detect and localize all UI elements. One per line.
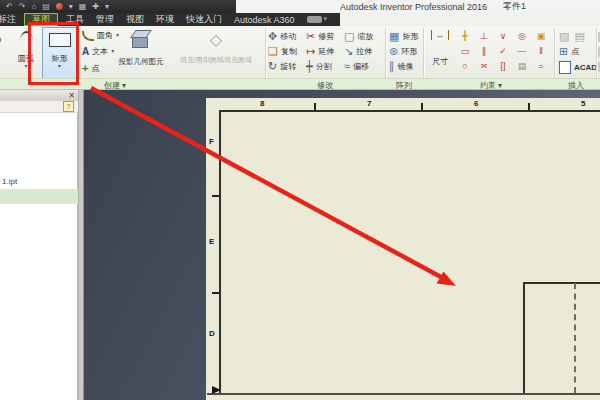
fillet-label: 圆角: [97, 30, 113, 41]
sheet-border-top: [219, 110, 600, 112]
rectangular-pattern-label: 矩形: [402, 31, 418, 42]
offset-button[interactable]: ≈ 偏移: [344, 61, 369, 72]
tab-get-started[interactable]: 快速入门: [180, 13, 228, 26]
tab-environments[interactable]: 环境: [150, 13, 180, 26]
tab-annotate-clipped[interactable]: 标注: [0, 13, 22, 26]
rotate-label: 旋转: [280, 61, 296, 72]
arc-caret-icon: ▾: [24, 64, 27, 69]
image-icon: ▨: [559, 31, 569, 42]
constraint-vertical-icon[interactable]: ‖: [532, 45, 550, 58]
title-block-top-line: [523, 282, 600, 284]
constraint-fix-icon[interactable]: ▣: [532, 30, 550, 43]
trim-label: 修剪: [318, 31, 334, 42]
qat-caret-icon[interactable]: ▾: [69, 3, 73, 11]
extend-button[interactable]: ↦ 延伸: [306, 46, 334, 57]
sheet-border-bottom: [207, 393, 600, 395]
move-button[interactable]: ✥ 移动: [268, 31, 296, 42]
constraint-tangent-icon[interactable]: ✓: [494, 45, 512, 58]
constraint-smooth-icon[interactable]: ∨: [494, 30, 512, 43]
help-icon[interactable]: ?: [63, 101, 74, 112]
constraint-settings-icon[interactable]: ▤: [513, 60, 531, 73]
title-block-left-line: [523, 282, 525, 393]
copy-button[interactable]: ❏ 复制: [268, 46, 297, 57]
qat-caret2-icon[interactable]: ▾: [105, 3, 109, 11]
dimension-icon: ↔: [431, 30, 449, 40]
scale-button[interactable]: ▢ 缩放: [344, 31, 373, 42]
fillet-button[interactable]: 圆角 ▾: [82, 30, 119, 41]
circular-pattern-button[interactable]: ⊛ 环形: [389, 46, 417, 57]
home-icon[interactable]: ⌂: [31, 3, 36, 11]
constraint-concentric-icon[interactable]: ◎: [513, 30, 531, 43]
arc-button[interactable]: 圆弧 ▾: [12, 31, 40, 69]
import-icon: ▤: [574, 31, 584, 42]
inventor-window: ↶ ↷ ⌂ ▤ ▾ ▦ ✚ ▾ Autodesk Inventor Profes…: [0, 0, 600, 400]
arc-icon: [20, 31, 33, 41]
constraint-collinear-icon[interactable]: ▭: [456, 45, 474, 58]
rectangular-pattern-button[interactable]: ▦ 矩形: [389, 31, 418, 42]
tab-manage[interactable]: 管理: [90, 13, 120, 26]
constraint-horizontal-icon[interactable]: ―: [513, 45, 531, 58]
camera-icon[interactable]: [307, 16, 322, 23]
close-icon[interactable]: ✕: [68, 92, 75, 100]
zone-number: 6: [474, 99, 478, 108]
constraint-symmetry-icon[interactable]: ≍: [475, 60, 493, 73]
stretch-button[interactable]: ↘ 拉伸: [344, 46, 372, 57]
point-icon: +: [82, 62, 88, 74]
split-icon: ┿: [306, 61, 313, 72]
tabbar-caret-icon[interactable]: ▾: [324, 15, 328, 26]
redo-icon[interactable]: ↷: [19, 3, 26, 11]
browser-file-node[interactable]: 1.ipt: [2, 177, 17, 186]
text-button[interactable]: A 文本 ▾: [82, 46, 114, 57]
tab-view[interactable]: 视图: [120, 13, 150, 26]
tab-tools[interactable]: 工具: [60, 13, 90, 26]
browser-selected-row[interactable]: [0, 189, 78, 204]
document-title: 零件1: [503, 0, 526, 13]
tab-sketch-active[interactable]: 草图: [24, 13, 58, 26]
point-button[interactable]: + 点: [82, 62, 99, 74]
dimension-button[interactable]: ↔ 尺寸: [427, 30, 453, 67]
extend-label: 延伸: [318, 46, 334, 57]
screen-icon[interactable]: ▦: [79, 3, 87, 11]
mirror-icon: ∥: [389, 61, 395, 72]
copy-label: 复制: [281, 46, 297, 57]
mirror-label: 镜像: [398, 61, 414, 72]
circle-button[interactable]: ○: [0, 30, 2, 50]
rectangle-caret-icon: ▾: [58, 64, 61, 69]
rotate-button[interactable]: ↻ 旋转: [268, 61, 296, 72]
constraint-perpendicular-icon[interactable]: ⊥: [475, 30, 493, 43]
acad-icon: [559, 61, 571, 74]
constraint-coincident-icon[interactable]: ╋: [456, 30, 474, 43]
point-label: 点: [91, 63, 99, 74]
sheet-paper[interactable]: [206, 98, 600, 400]
extend-icon: ↦: [306, 46, 315, 57]
zone-tick: [212, 292, 219, 294]
mirror-button[interactable]: ∥ 镜像: [389, 61, 414, 72]
sheet-border-left: [219, 110, 221, 395]
zone-letter: E: [209, 237, 214, 246]
zone-number: 5: [581, 99, 585, 108]
constraint-show-icon[interactable]: ○: [456, 60, 474, 73]
split-button[interactable]: ┿ 分割: [306, 61, 332, 72]
fill-hatch-button: ◇ 填充/用剖面线填充面域: [168, 30, 264, 65]
print-icon[interactable]: ▤: [42, 3, 50, 11]
rectangle-icon: [49, 33, 71, 47]
constraint-equal-icon[interactable]: =: [532, 60, 550, 73]
undo-icon[interactable]: ↶: [6, 3, 13, 11]
tab-a360[interactable]: Autodesk A360: [228, 13, 301, 26]
constraint-parallel-icon[interactable]: ∥: [475, 45, 493, 58]
acad-button[interactable]: ACAD: [559, 61, 597, 74]
project-geometry-button[interactable]: 投影几何图元: [116, 30, 166, 67]
trim-icon: ✂: [306, 31, 315, 42]
rectangle-button[interactable]: 矩形 ▾: [42, 27, 77, 79]
plus-icon[interactable]: ✚: [92, 3, 99, 11]
ribbon: ○ 圆弧 ▾ 矩形 ▾ 圆角 ▾ A 文本 ▾ + 点: [0, 26, 600, 78]
scale-label: 缩放: [357, 31, 373, 42]
zone-tick: [528, 103, 530, 110]
zone-letter: D: [209, 329, 215, 338]
insert-image-button: ▨ ▤: [559, 31, 585, 42]
constraint-dof-icon[interactable]: []: [494, 60, 512, 73]
offset-icon: ≈: [344, 61, 350, 72]
material-sphere-icon[interactable]: [56, 3, 63, 10]
trim-button[interactable]: ✂ 修剪: [306, 31, 334, 42]
insert-point-button[interactable]: ⊞ 点: [559, 46, 579, 57]
